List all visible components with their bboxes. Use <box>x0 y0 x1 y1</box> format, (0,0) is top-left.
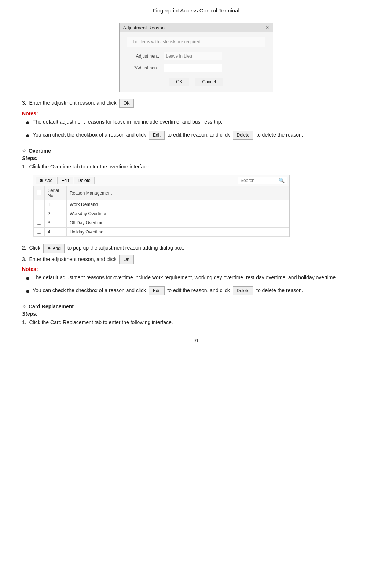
bullet-icon-ot-1: ● <box>26 273 30 284</box>
overtime-add-inline-btn[interactable]: ⊕ Add <box>43 244 65 253</box>
delete-btn-leave[interactable]: Delete <box>233 131 254 139</box>
toolbar-edit-btn[interactable]: Edit <box>57 177 73 184</box>
overtime-step-2: 2. Click ⊕ Add to pop up the adjustment … <box>22 244 370 253</box>
notes-label-overtime: Notes: <box>22 266 370 272</box>
page-title: Fingerprint Access Control Terminal <box>22 7 370 16</box>
col-reason: Reason Management <box>67 186 264 200</box>
toolbar-delete-btn[interactable]: Delete <box>74 177 95 184</box>
dialog-buttons: OK Cancel <box>127 78 265 86</box>
col-extra <box>264 186 289 200</box>
notes-list-overtime: ● The default adjustment reasons for ove… <box>22 273 370 297</box>
bullet-icon-1: ● <box>26 117 30 128</box>
toolbar-add-btn[interactable]: ⊕ Add <box>36 177 56 184</box>
overtime-note-text-2: You can check the checkbox of a reason a… <box>33 286 303 295</box>
table-toolbar: ⊕ Add Edit Delete 🔍 <box>33 175 289 186</box>
dialog-title: Adjustment Reason <box>123 25 165 30</box>
overtime-add-label: Add <box>53 246 61 251</box>
overtime-note-text-1: The default adjustment reasons for overt… <box>33 273 337 282</box>
dialog-close-icon[interactable]: × <box>266 25 269 30</box>
note-text-1: The default adjustment reasons for leave… <box>33 118 223 127</box>
row-2-reason: Workday Overtime <box>67 209 264 218</box>
step3-text: Enter the adjustment reason, and click <box>29 100 116 106</box>
card-step-1: 1. Click the Card Replacement tab to ent… <box>22 318 370 327</box>
overtime-note-1: ● The default adjustment reasons for ove… <box>26 273 370 284</box>
row-4-checkbox[interactable] <box>37 229 41 234</box>
dialog-titlebar: Adjustment Reason × <box>120 23 273 32</box>
add-icon: ⊕ <box>40 178 44 183</box>
bullet-icon-2: ● <box>26 130 30 141</box>
dialog-body: The items with asterisk are required. Ad… <box>120 32 273 92</box>
notes-list-leave: ● The default adjustment reasons for lea… <box>22 118 370 141</box>
overtime-step-1: 1. Click the Overtime tab to enter the o… <box>22 163 370 171</box>
dialog-screenshot: Adjustment Reason × The items with aster… <box>22 23 370 92</box>
diamond-icon-card: ✧ <box>22 304 26 309</box>
overtime-step-3: 3. Enter the adjustment reason, and clic… <box>22 255 370 264</box>
overtime-steps-label: Steps: <box>22 155 370 161</box>
row-1-reason: Work Demand <box>67 200 264 209</box>
card-steps-label: Steps: <box>22 311 370 317</box>
col-checkbox <box>34 186 45 200</box>
row-1-sn: 1 <box>45 200 67 209</box>
select-all-checkbox[interactable] <box>37 190 41 195</box>
step3-ok-btn[interactable]: OK <box>119 99 133 108</box>
row-4-sn: 4 <box>45 228 67 237</box>
dialog-ok-button[interactable]: OK <box>169 78 189 86</box>
row-2-sn: 2 <box>45 209 67 218</box>
dialog-field-1: Adjustmen... <box>127 52 265 60</box>
row-3-checkbox[interactable] <box>37 220 41 225</box>
add-inline-icon: ⊕ <box>47 246 51 251</box>
dialog-field-1-label: Adjustmen... <box>127 54 164 59</box>
row-3-reason: Off Day Overtime <box>67 218 264 228</box>
toolbar-add-label: Add <box>45 178 52 183</box>
page-number: 91 <box>22 338 370 343</box>
note-item-1: ● The default adjustment reasons for lea… <box>26 118 370 128</box>
dialog-hint: The items with asterisk are required. <box>127 37 265 47</box>
step3-leave: 3. Enter the adjustment reason, and clic… <box>22 99 370 108</box>
row-2-checkbox[interactable] <box>37 211 41 215</box>
row-1-checkbox[interactable] <box>37 202 41 206</box>
dialog-cancel-button[interactable]: Cancel <box>195 78 223 86</box>
table-row: 1 Work Demand <box>34 200 289 209</box>
note-item-2: ● You can check the checkbox of a reason… <box>26 131 370 141</box>
search-icon: 🔍 <box>279 178 285 183</box>
card-replacement-title: Card Replacement <box>29 304 74 309</box>
table-row: 3 Off Day Overtime <box>34 218 289 228</box>
row-3-sn: 3 <box>45 218 67 228</box>
bullet-icon-ot-2: ● <box>26 286 30 297</box>
overtime-note-2: ● You can check the checkbox of a reason… <box>26 286 370 297</box>
edit-btn-overtime[interactable]: Edit <box>149 286 165 295</box>
overtime-ok-btn[interactable]: OK <box>119 255 133 264</box>
dialog-field-2-label: *Adjustmen... <box>127 65 164 70</box>
card-replacement-heading: ✧ Card Replacement <box>22 304 370 309</box>
overtime-table: ⊕ Add Edit Delete 🔍 Serial No. Reason Ma… <box>33 175 290 237</box>
dialog-field-2-input[interactable] <box>164 64 222 72</box>
diamond-icon-overtime: ✧ <box>22 148 26 154</box>
edit-btn-leave[interactable]: Edit <box>149 131 165 139</box>
notes-label-leave: Notes: <box>22 110 370 116</box>
note-text-2: You can check the checkbox of a reason a… <box>33 131 303 139</box>
overtime-title: Overtime <box>29 148 51 154</box>
overtime-section-heading: ✧ Overtime <box>22 148 370 154</box>
step3-period: . <box>135 100 137 106</box>
table-row: 2 Workday Overtime <box>34 209 289 218</box>
table-search: 🔍 <box>238 177 287 184</box>
overtime-reason-table: Serial No. Reason Management 1 Work Dema… <box>33 186 289 237</box>
table-row: 4 Holiday Overtime <box>34 228 289 237</box>
dialog-field-1-input[interactable] <box>164 52 222 60</box>
dialog-box: Adjustment Reason × The items with aster… <box>119 23 273 92</box>
delete-btn-overtime[interactable]: Delete <box>233 286 254 295</box>
row-4-reason: Holiday Overtime <box>67 228 264 237</box>
dialog-field-2: *Adjustmen... <box>127 64 265 72</box>
search-input[interactable] <box>241 178 277 183</box>
col-serial: Serial No. <box>45 186 67 200</box>
